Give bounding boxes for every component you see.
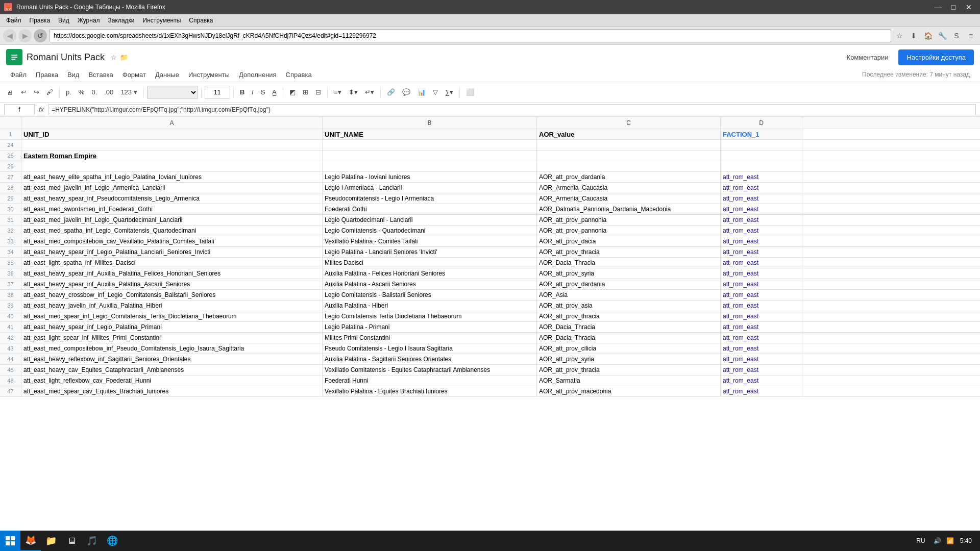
cell-46b[interactable]: Foederati Hunni bbox=[323, 375, 537, 386]
cell-37a[interactable]: att_east_heavy_spear_inf_Auxilia_Palatin… bbox=[21, 279, 323, 289]
bookmark-icon[interactable]: ☆ bbox=[893, 30, 905, 42]
cell-29d[interactable]: att_rom_east bbox=[721, 193, 802, 204]
decrease-decimal-button[interactable]: 0. bbox=[88, 85, 100, 99]
row-num-34[interactable]: 34 bbox=[0, 247, 21, 257]
undo-button[interactable]: ↩ bbox=[18, 85, 30, 99]
cell-27b[interactable]: Legio Palatina - Ioviani Iuniores bbox=[323, 172, 537, 182]
cell-39b[interactable]: Auxilia Palatina - Hiberi bbox=[323, 300, 537, 311]
valign-button[interactable]: ⬍▾ bbox=[346, 85, 361, 99]
cell-33a[interactable]: att_east_med_compositebow_cav_Vexillatio… bbox=[21, 236, 323, 246]
cell-42d[interactable]: att_rom_east bbox=[721, 333, 802, 343]
cell-40a[interactable]: att_east_med_spear_inf_Legio_Comitatensi… bbox=[21, 311, 323, 321]
cell-38c[interactable]: AOR_Asia bbox=[537, 290, 721, 300]
row-num-32[interactable]: 32 bbox=[0, 226, 21, 236]
cell-47b[interactable]: Vexillatio Palatina - Equites Brachiati … bbox=[323, 386, 537, 396]
cell-31b[interactable]: Legio Quartodecimani - Lanciarii bbox=[323, 215, 537, 225]
row-num-28[interactable]: 28 bbox=[0, 183, 21, 193]
wrap-button[interactable]: ↵▾ bbox=[362, 85, 377, 99]
cell-30c[interactable]: AOR_Dalmatia_Pannonia_Dardania_Macedonia bbox=[537, 204, 721, 214]
cell-43c[interactable]: AOR_att_prov_cilicia bbox=[537, 343, 721, 354]
borders-button[interactable]: ⊞ bbox=[300, 85, 311, 99]
cell-32a[interactable]: att_east_med_spatha_inf_Legio_Comitatens… bbox=[21, 226, 323, 236]
cell-46a[interactable]: att_east_light_reflexbow_cav_Foederati_H… bbox=[21, 375, 323, 386]
cell-33d[interactable]: att_rom_east bbox=[721, 236, 802, 246]
cell-26b[interactable] bbox=[323, 161, 537, 171]
download-icon[interactable]: ⬇ bbox=[908, 30, 920, 42]
row-num-45[interactable]: 45 bbox=[0, 365, 21, 375]
fill-color-button[interactable]: ◩ bbox=[286, 85, 299, 99]
bold-button[interactable]: B bbox=[237, 85, 248, 99]
share-button[interactable]: Настройки доступа bbox=[898, 49, 974, 65]
cell-24a[interactable] bbox=[21, 140, 323, 150]
text-color-button[interactable]: A̲ bbox=[269, 85, 280, 99]
cell-42c[interactable]: AOR_Dacia_Thracia bbox=[537, 333, 721, 343]
print-button[interactable]: 🖨 bbox=[4, 85, 17, 99]
folder-icon[interactable]: 📁 bbox=[120, 54, 128, 61]
row-num-24[interactable]: 24 bbox=[0, 140, 21, 150]
chart-button[interactable]: 📊 bbox=[414, 85, 429, 99]
cell-34b[interactable]: Legio Palatina - Lanciarii Seniores 'Inv… bbox=[323, 247, 537, 257]
cell-41d[interactable]: att_rom_east bbox=[721, 322, 802, 332]
cell-41b[interactable]: Legio Palatina - Primani bbox=[323, 322, 537, 332]
cell-29c[interactable]: AOR_Armenia_Caucasia bbox=[537, 193, 721, 204]
cell-39a[interactable]: att_east_heavy_javelin_inf_Auxilia_Palat… bbox=[21, 300, 323, 311]
cell-37d[interactable]: att_rom_east bbox=[721, 279, 802, 289]
row-num-30[interactable]: 30 bbox=[0, 204, 21, 214]
cell-33c[interactable]: AOR_att_prov_dacia bbox=[537, 236, 721, 246]
row-num-1[interactable]: 1 bbox=[0, 129, 21, 139]
cell-40b[interactable]: Legio Comitatensis Tertia Diocletiana Th… bbox=[323, 311, 537, 321]
language-indicator[interactable]: RU bbox=[913, 537, 928, 544]
row-num-29[interactable]: 29 bbox=[0, 193, 21, 204]
document-title[interactable]: Romani Units Pack bbox=[27, 52, 105, 63]
url-input[interactable] bbox=[49, 29, 891, 42]
font-family-select[interactable] bbox=[147, 86, 198, 99]
maximize-button[interactable]: □ bbox=[946, 0, 961, 14]
font-size-input[interactable] bbox=[205, 86, 230, 99]
reload-button[interactable]: ↺ bbox=[34, 29, 47, 42]
row-num-40[interactable]: 40 bbox=[0, 311, 21, 321]
taskbar-explorer[interactable]: 🖥 bbox=[61, 531, 82, 551]
cell-39d[interactable]: att_rom_east bbox=[721, 300, 802, 311]
menu-icon[interactable]: ≡ bbox=[965, 30, 977, 42]
cell-44a[interactable]: att_east_heavy_reflexbow_inf_Sagittarii_… bbox=[21, 354, 323, 364]
sheets-menu-format[interactable]: Формат bbox=[118, 69, 150, 81]
row-num-26[interactable]: 26 bbox=[0, 161, 21, 171]
extension-icon[interactable]: 🔧 bbox=[936, 30, 948, 42]
cell-39c[interactable]: AOR_att_prov_asia bbox=[537, 300, 721, 311]
cell-24c[interactable] bbox=[537, 140, 721, 150]
firefox-menu-view[interactable]: Вид bbox=[54, 16, 74, 25]
cell-29a[interactable]: att_east_heavy_spear_inf_Pseudocomitaten… bbox=[21, 193, 323, 204]
merge-button[interactable]: ⊟ bbox=[312, 85, 324, 99]
cell-40c[interactable]: AOR_att_prov_thracia bbox=[537, 311, 721, 321]
sheets-menu-help[interactable]: Справка bbox=[282, 69, 316, 81]
cell-32b[interactable]: Legio Comitatensis - Quartodecimani bbox=[323, 226, 537, 236]
row-num-33[interactable]: 33 bbox=[0, 236, 21, 246]
row-num-37[interactable]: 37 bbox=[0, 279, 21, 289]
cell-30b[interactable]: Foederati Gothi bbox=[323, 204, 537, 214]
cell-1c[interactable]: AOR_value bbox=[537, 129, 721, 139]
cell-44d[interactable]: att_rom_east bbox=[721, 354, 802, 364]
function-button[interactable]: ∑▾ bbox=[442, 85, 456, 99]
cell-46c[interactable]: AOR_Sarmatia bbox=[537, 375, 721, 386]
italic-button[interactable]: I bbox=[249, 85, 257, 99]
cell-36b[interactable]: Auxilia Palatina - Felices Honoriani Sen… bbox=[323, 268, 537, 279]
cell-32d[interactable]: att_rom_east bbox=[721, 226, 802, 236]
cell-41c[interactable]: AOR_Dacia_Thracia bbox=[537, 322, 721, 332]
col-header-b[interactable]: B bbox=[323, 117, 537, 129]
sheets-menu-tools[interactable]: Инструменты bbox=[184, 69, 234, 81]
strikethrough-button[interactable]: S bbox=[258, 85, 268, 99]
minimize-button[interactable]: — bbox=[931, 0, 945, 14]
cell-27c[interactable]: AOR_att_prov_dardania bbox=[537, 172, 721, 182]
cell-31d[interactable]: att_rom_east bbox=[721, 215, 802, 225]
comment-button[interactable]: 💬 bbox=[399, 85, 413, 99]
col-header-c[interactable]: C bbox=[537, 117, 721, 129]
firefox-menu-bookmarks[interactable]: Закладки bbox=[104, 16, 139, 25]
cell-25d[interactable] bbox=[721, 151, 802, 161]
formula-input[interactable] bbox=[48, 104, 976, 115]
cell-reference-input[interactable] bbox=[4, 104, 35, 115]
cell-30d[interactable]: att_rom_east bbox=[721, 204, 802, 214]
row-num-35[interactable]: 35 bbox=[0, 258, 21, 268]
cell-36d[interactable]: att_rom_east bbox=[721, 268, 802, 279]
halign-button[interactable]: ≡▾ bbox=[331, 85, 345, 99]
currency-button[interactable]: р. bbox=[63, 85, 75, 99]
